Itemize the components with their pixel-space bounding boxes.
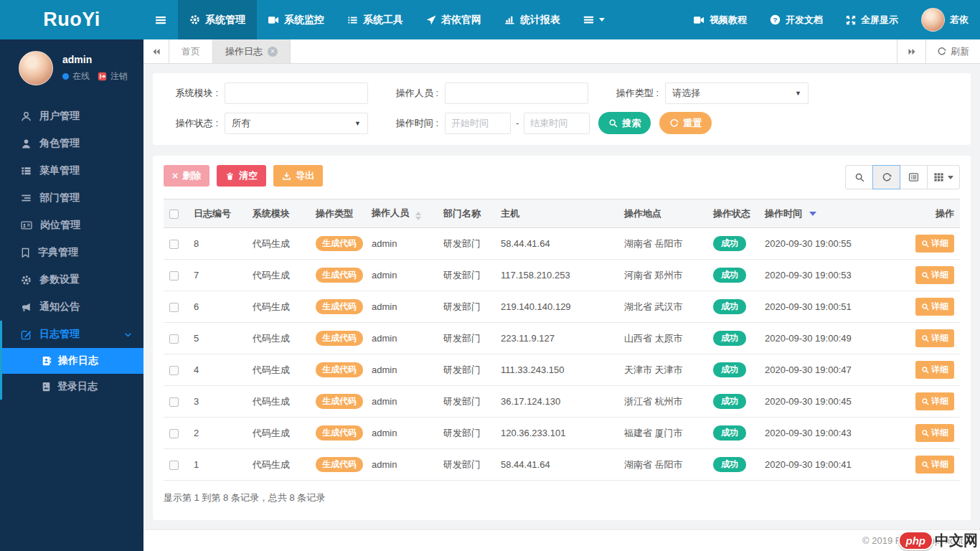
detail-button[interactable]: 详细 (915, 361, 954, 379)
columns-dropdown-button[interactable] (927, 165, 960, 189)
detail-button[interactable]: 详细 (915, 298, 954, 316)
row-checkbox[interactable] (169, 366, 179, 375)
module-input[interactable] (225, 83, 368, 104)
file-image-icon (42, 382, 51, 392)
detail-button[interactable]: 详细 (915, 235, 954, 253)
nav-official-site[interactable]: 若依官网 (415, 0, 493, 39)
cell-log-id: 3 (188, 386, 247, 418)
id-card-icon (21, 220, 32, 230)
cell-time: 2020-09-30 19:00:43 (759, 418, 875, 449)
col-time[interactable]: 操作时间 (759, 199, 875, 228)
col-operation-type: 操作类型 (310, 199, 366, 228)
sidebar-item-menu-manage[interactable]: 菜单管理 (0, 157, 143, 184)
tabs-scroll-right-button[interactable] (897, 39, 925, 63)
select-all-checkbox[interactable] (169, 209, 179, 219)
nav-dev-docs[interactable]: ? 开发文档 (758, 0, 834, 39)
nav-statistics-report[interactable]: 统计报表 (493, 0, 572, 39)
sidebar-item-dept-manage[interactable]: 部门管理 (0, 184, 143, 212)
sidebar-item-param-settings[interactable]: 参数设置 (0, 266, 143, 293)
clear-button[interactable]: 清空 (217, 165, 266, 187)
operator-input[interactable] (445, 83, 588, 104)
sidebar-item-notice[interactable]: 通知公告 (0, 293, 143, 321)
col-status: 操作状态 (707, 199, 759, 228)
end-time-input[interactable] (524, 113, 590, 134)
sidebar-item-user-manage[interactable]: 用户管理 (0, 103, 143, 130)
export-button[interactable]: 导出 (273, 165, 323, 187)
cell-host: 219.140.140.129 (495, 291, 618, 323)
sidebar-item-operation-log[interactable]: 操作日志 (2, 348, 143, 374)
list-alt-icon (908, 172, 919, 182)
cell-dept: 研发部门 (438, 260, 495, 291)
row-checkbox[interactable] (169, 240, 179, 249)
cell-module: 代码生成 (247, 449, 310, 481)
operation-status-select[interactable]: 所有 ▼ (225, 113, 368, 134)
sidebar-item-login-log[interactable]: 登录日志 (2, 374, 143, 400)
cell-operator: admin (366, 354, 438, 386)
top-navbar: RuoYi 系统管理 系统监控 系统工具 若依官网 (0, 0, 980, 39)
logout-link[interactable]: 注销 (110, 70, 128, 83)
search-button[interactable]: 搜索 (598, 112, 651, 134)
tab-operation-log[interactable]: 操作日志 × (213, 39, 291, 63)
nav-video-tutorial[interactable]: 视频教程 (682, 0, 758, 39)
refresh-tab-button[interactable]: 刷新 (925, 39, 980, 63)
close-tab-icon[interactable]: × (268, 47, 278, 57)
sidebar-item-post-manage[interactable]: 岗位管理 (0, 212, 143, 239)
refresh-table-button[interactable] (872, 165, 900, 189)
cell-location: 湖南省 岳阳市 (618, 228, 707, 260)
cell-operator: admin (366, 291, 438, 323)
table-view-controls (845, 165, 960, 189)
sidebar-item-log-manage[interactable]: 日志管理 (2, 321, 143, 348)
row-checkbox[interactable] (169, 271, 179, 281)
button-label: 详细 (931, 269, 948, 281)
detail-button[interactable]: 详细 (915, 424, 954, 442)
tab-home[interactable]: 首页 (169, 39, 213, 63)
cell-operator: admin (366, 323, 438, 354)
nav-user-menu[interactable]: 若依 (910, 0, 980, 39)
search-icon (921, 397, 929, 405)
nav-system-manage[interactable]: 系统管理 (178, 0, 257, 39)
detail-button[interactable]: 详细 (915, 456, 954, 474)
time-range-label: 操作时间 : (384, 117, 438, 130)
status-badge: 成功 (713, 299, 746, 314)
delete-button[interactable]: × 删除 (164, 165, 209, 187)
row-checkbox[interactable] (169, 397, 179, 407)
x-icon: × (172, 171, 178, 181)
table-row: 5 代码生成 生成代码 admin 研发部门 223.11.9.127 山西省 … (164, 323, 960, 354)
nav-system-monitor[interactable]: 系统监控 (257, 0, 336, 39)
nav-label: 系统监控 (284, 14, 324, 27)
start-time-input[interactable] (445, 113, 511, 134)
sidebar-toggle-button[interactable] (143, 0, 178, 39)
sidebar-group-log-manage: 日志管理 操作日志 登录日志 (0, 321, 143, 400)
user-avatar (921, 8, 945, 32)
menu-label: 通知公告 (39, 301, 80, 314)
cell-operator: admin (366, 228, 438, 260)
user-avatar[interactable] (19, 51, 53, 85)
double-chevron-right-icon (907, 47, 917, 56)
row-checkbox[interactable] (169, 334, 179, 344)
nav-more-dropdown[interactable] (572, 0, 616, 39)
menu-label: 角色管理 (39, 137, 80, 150)
table-row: 4 代码生成 生成代码 admin 研发部门 111.33.243.150 天津… (164, 354, 960, 386)
cell-dept: 研发部门 (438, 418, 495, 449)
cell-location: 湖南省 岳阳市 (618, 449, 707, 481)
app-logo[interactable]: RuoYi (0, 0, 143, 39)
detail-button[interactable]: 详细 (915, 329, 954, 347)
nav-system-tools[interactable]: 系统工具 (336, 0, 415, 39)
operation-type-select[interactable]: 请选择 ▼ (665, 83, 809, 104)
sidebar-item-role-manage[interactable]: 角色管理 (0, 130, 143, 157)
detail-button[interactable]: 详细 (915, 392, 954, 410)
toggle-search-button[interactable] (845, 165, 873, 189)
table-toolbar: × 删除 清空 导出 (164, 165, 960, 189)
reset-button[interactable]: 重置 (659, 112, 712, 134)
detail-view-button[interactable] (900, 165, 928, 189)
tabs-scroll-left-button[interactable] (143, 39, 169, 63)
row-checkbox[interactable] (169, 429, 179, 438)
nav-fullscreen[interactable]: 全屏显示 (834, 0, 910, 39)
row-checkbox[interactable] (169, 461, 179, 470)
detail-button[interactable]: 详细 (915, 266, 954, 284)
row-checkbox[interactable] (169, 303, 179, 312)
sidebar-item-dict-manage[interactable]: 字典管理 (0, 239, 143, 266)
status-badge: 成功 (713, 331, 746, 346)
col-operator[interactable]: 操作人员 (366, 199, 438, 228)
button-label: 详细 (931, 301, 948, 313)
